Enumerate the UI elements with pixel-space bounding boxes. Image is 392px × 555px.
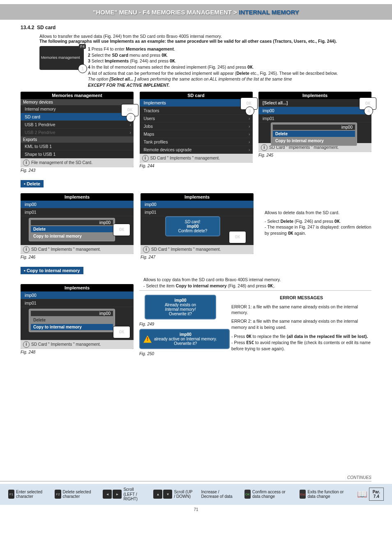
info-icon: i xyxy=(142,155,149,162)
ok-callout: OK xyxy=(113,224,130,236)
row-usb1[interactable]: USB 1 Pendrive› xyxy=(21,121,134,129)
copy-intro: Allows to copy data from the SD card ont… xyxy=(143,277,371,289)
page-number: 71 xyxy=(0,507,392,512)
info-icon: i xyxy=(23,341,30,348)
ok-callout: OK xyxy=(113,326,130,338)
memories-button[interactable]: Memories management F4 1 xyxy=(39,46,84,70)
step-num-2: 2 xyxy=(126,113,135,122)
delete-tag: • Delete xyxy=(21,180,44,187)
row-implements[interactable]: Implements› xyxy=(140,99,253,107)
row-usb2: USB 2 Pendrive› xyxy=(21,129,134,136)
info-bar: iSD Card " Implements " management. xyxy=(140,154,253,163)
confirm-dialog: SD card: imp00 Confirm delete? xyxy=(165,216,220,236)
fig-label: Fig. 243 xyxy=(21,168,134,173)
dialog-249: imp00 Already exists on Internal memory!… xyxy=(145,295,216,319)
row-imp01[interactable]: imp01 xyxy=(141,208,254,216)
panel-memories-mgmt: Memories management Memory devices Inter… xyxy=(21,92,134,167)
panels-row-1: Memories management Memory devices Inter… xyxy=(21,92,371,173)
context-popup: imp00 Delete Copy to internal memory xyxy=(29,309,115,332)
key-f8-icon: ► xyxy=(113,490,122,499)
ok-callout: OK xyxy=(229,231,246,243)
row-jobs[interactable]: Jobs› xyxy=(140,123,253,130)
row-maps[interactable]: Maps› xyxy=(140,130,253,138)
key-ok-icon: OK xyxy=(244,490,251,499)
fig-label: Fig. 246 xyxy=(21,255,134,259)
context-popup: imp00 Delete Copy to internal memory xyxy=(271,123,357,146)
info-icon: i xyxy=(23,246,30,253)
row-remote[interactable]: Remote devices upgrade› xyxy=(140,146,253,154)
key-f6-icon: ▼ xyxy=(163,490,172,499)
page-header: "HOME" MENU - F4 MEMORIES MANAGEMENT > I… xyxy=(0,4,392,20)
row-internal-memory[interactable]: Internal memory› xyxy=(21,105,134,113)
row-shape[interactable]: Shape to USB 1 xyxy=(21,150,134,158)
fig-label: Fig. 247 xyxy=(141,255,254,259)
row-sd-card[interactable]: SD card› xyxy=(21,113,134,121)
step-num-4: 4 xyxy=(364,106,373,116)
popup-copy[interactable]: Copy to internal memory xyxy=(31,324,113,330)
popup-delete[interactable]: Delete xyxy=(273,131,355,137)
f4-badge: F4 xyxy=(79,44,86,49)
row-imp00[interactable]: imp00 xyxy=(141,201,254,208)
row-tank[interactable]: Tank profiles› xyxy=(140,138,253,146)
panel-copy: Implements imp00 imp01 imp00 Delete Copy… xyxy=(21,284,134,349)
footer-legend: F1Enter selected character F2Delete sele… xyxy=(0,484,392,505)
row-imp00[interactable]: imp00 xyxy=(21,201,134,208)
row-select-all[interactable]: [Select all...] xyxy=(258,99,371,107)
info-icon: i xyxy=(261,144,267,151)
panel-sd-card: SD card Implements› Tractors› Users› Job… xyxy=(140,92,253,163)
fig-label: Fig. 250 xyxy=(139,352,221,356)
panel-implements: Implements [Select all...] imp00 imp01 i… xyxy=(258,92,371,152)
copy-tag: • Copy to internal memory xyxy=(21,267,83,274)
key-f2-icon: F2 xyxy=(55,490,61,499)
key-f1-icon: F1 xyxy=(8,490,14,499)
key-f7-icon: ◄ xyxy=(103,490,112,499)
fig-label: Fig. 248 xyxy=(21,350,134,354)
row-users[interactable]: Users› xyxy=(140,115,253,123)
popup-copy[interactable]: Copy to internal memory xyxy=(31,233,113,239)
fig-label: Fig. 249 xyxy=(139,322,221,326)
instruction-steps: 1 Press F4 to enter Memories management.… xyxy=(88,46,338,88)
step-num-3: 3 xyxy=(245,106,254,116)
row-imp01[interactable]: imp01 xyxy=(21,299,134,307)
par-ref: Par.7.4 xyxy=(369,488,384,501)
info-icon: i xyxy=(143,246,150,253)
popup-delete[interactable]: Delete xyxy=(31,317,113,323)
key-esc-icon: Esc xyxy=(300,490,306,499)
row-imp01[interactable]: imp01 xyxy=(258,115,371,123)
dialog-250: ! imp00already active on Internal memory… xyxy=(139,329,230,349)
context-popup: imp00 Delete Copy to internal memory xyxy=(29,218,115,241)
error-messages: ERROR MESSAGES ERROR 1: a file with the … xyxy=(231,292,371,356)
info-bar: iFile management of the SD Card. xyxy=(21,158,134,167)
continues-label: CONTINUES xyxy=(0,475,371,481)
fig-label: Fig. 245 xyxy=(258,153,371,157)
section-title: 13.4.2 SD card xyxy=(21,25,371,30)
header-suffix: INTERNAL MEMORY xyxy=(239,9,299,16)
row-tractors[interactable]: Tractors› xyxy=(140,107,253,115)
row-imp01[interactable]: imp01 xyxy=(21,208,134,216)
info-icon: i xyxy=(23,160,30,166)
panel-delete-2: Implements imp00 imp01 SD card: imp00 Co… xyxy=(141,193,254,254)
row-imp00[interactable]: imp00 xyxy=(21,291,134,299)
delete-description: Allows to delete data from the SD card. … xyxy=(265,193,371,259)
intro-text: Allows to transfer the saved data (Fig. … xyxy=(39,34,371,44)
header-prefix: "HOME" MENU - F4 MEMORIES MANAGEMENT xyxy=(93,9,232,16)
key-f4-icon: ▲ xyxy=(153,490,162,499)
fig-label: Fig. 244 xyxy=(140,164,253,168)
panel-delete-1: Implements imp00 imp01 imp00 Delete Copy… xyxy=(21,193,134,254)
row-kml[interactable]: KML to USB 1 xyxy=(21,143,134,150)
book-icon: 📖 xyxy=(357,489,367,499)
popup-delete[interactable]: Delete xyxy=(31,226,113,232)
row-imp00[interactable]: imp00 xyxy=(258,107,371,115)
warning-icon: ! xyxy=(143,335,152,343)
popup-copy[interactable]: Copy to internal memory xyxy=(273,138,355,144)
